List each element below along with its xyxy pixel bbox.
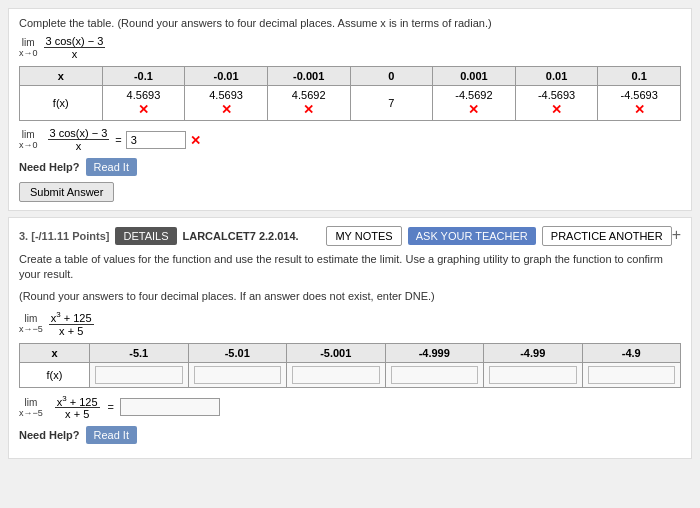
estimate-input[interactable] xyxy=(126,131,186,149)
s2-input-1[interactable] xyxy=(95,366,183,384)
question-code: LARCALCET7 2.2.014. xyxy=(183,230,299,242)
section2-limit-expr: lim x→−5 x3 + 125 x + 5 xyxy=(19,310,681,337)
s2-col-x: x xyxy=(20,343,90,362)
s2-col-n4999: -4.999 xyxy=(385,343,484,362)
s2-col-n501: -5.01 xyxy=(188,343,287,362)
estimate-cross: ✕ xyxy=(190,133,201,148)
fraction-1: 3 cos(x) − 3 x xyxy=(44,35,106,60)
cell-3: 4.5692 ✕ xyxy=(267,86,350,121)
limit-result-fraction: x3 + 125 x + 5 xyxy=(55,394,100,421)
limit-result-num: x3 + 125 xyxy=(55,394,100,409)
cell-1: 4.5693 ✕ xyxy=(102,86,185,121)
practice-another-button[interactable]: PRACTICE ANOTHER xyxy=(542,226,672,246)
s2-cell-2 xyxy=(188,362,287,387)
section2: + 3. [-/11.11 Points] DETAILS LARCALCET7… xyxy=(8,217,692,459)
question-header: 3. [-/11.11 Points] DETAILS LARCALCET7 2… xyxy=(19,226,672,246)
col-header-p001: 0.01 xyxy=(515,67,598,86)
plus-icon: + xyxy=(672,226,681,244)
lim-label-2: lim xyxy=(24,313,37,324)
col-header-n001: -0.01 xyxy=(185,67,268,86)
q2-instruction-2: (Round your answers to four decimal plac… xyxy=(19,289,681,304)
lim-label-1: lim xyxy=(22,37,35,48)
col-header-x: x xyxy=(20,67,103,86)
lim-sub-1: x→0 xyxy=(19,48,38,58)
estimate-lim-label: lim xyxy=(22,129,35,140)
s2-cell-6 xyxy=(582,362,681,387)
s2-input-6[interactable] xyxy=(588,366,676,384)
estimate-num: 3 cos(x) − 3 xyxy=(48,127,110,140)
limit-block-1: lim x→0 xyxy=(19,37,38,58)
estimate-den: x xyxy=(74,140,84,152)
s2-input-2[interactable] xyxy=(194,366,282,384)
limit-result-row: lim x→−5 x3 + 125 x + 5 = xyxy=(19,394,681,421)
s2-col-n499: -4.99 xyxy=(484,343,583,362)
need-help-row-1: Need Help? Read It xyxy=(19,158,681,176)
cell-7: -4.5693 ✕ xyxy=(598,86,681,121)
s2-cell-4 xyxy=(385,362,484,387)
fraction-2: x3 + 125 x + 5 xyxy=(49,310,94,337)
estimate-lim-sub: x→0 xyxy=(19,140,38,150)
details-button[interactable]: DETAILS xyxy=(115,227,176,245)
estimate-row: lim x→0 3 cos(x) − 3 x = ✕ xyxy=(19,127,681,152)
need-help-label-1: Need Help? xyxy=(19,161,80,173)
cell-2: 4.5693 ✕ xyxy=(185,86,268,121)
section2-table: x -5.1 -5.01 -5.001 -4.999 -4.99 -4.9 f(… xyxy=(19,343,681,388)
limit-result-lim-label: lim xyxy=(24,397,37,408)
read-it-button-2[interactable]: Read It xyxy=(86,426,137,444)
s2-cell-5 xyxy=(484,362,583,387)
section1-instruction: Complete the table. (Round your answers … xyxy=(19,17,681,29)
s2-input-5[interactable] xyxy=(489,366,577,384)
limit-result-equals: = xyxy=(108,401,114,413)
cell-4: 7 xyxy=(350,86,433,121)
row-label-fx: f(x) xyxy=(20,86,103,121)
cell-5: -4.5692 ✕ xyxy=(433,86,516,121)
q2-instruction-1: Create a table of values for the functio… xyxy=(19,252,681,283)
s2-cell-1 xyxy=(90,362,189,387)
col-header-n0001: -0.001 xyxy=(267,67,350,86)
need-help-label-2: Need Help? xyxy=(19,429,80,441)
col-header-n01: -0.1 xyxy=(102,67,185,86)
col-header-0: 0 xyxy=(350,67,433,86)
ask-teacher-button[interactable]: ASK YOUR TEACHER xyxy=(408,227,536,245)
s2-cell-3 xyxy=(287,362,386,387)
s2-col-n51: -5.1 xyxy=(90,343,189,362)
my-notes-button[interactable]: MY NOTES xyxy=(326,226,401,246)
section1-table: x -0.1 -0.01 -0.001 0 0.001 0.01 0.1 f(x… xyxy=(19,66,681,121)
section1: Complete the table. (Round your answers … xyxy=(8,8,692,211)
limit-result-lim-sub: x→−5 xyxy=(19,408,43,418)
table-row-fx: f(x) 4.5693 ✕ 4.5693 ✕ xyxy=(20,86,681,121)
denominator-1: x xyxy=(70,48,80,60)
s2-input-4[interactable] xyxy=(391,366,479,384)
limit-block-2: lim x→−5 xyxy=(19,313,43,334)
estimate-equals: = xyxy=(115,134,121,146)
estimate-lim-block: lim x→0 xyxy=(19,129,38,150)
page: Complete the table. (Round your answers … xyxy=(0,0,700,508)
estimate-fraction: 3 cos(x) − 3 x xyxy=(48,127,110,152)
cell-6: -4.5693 ✕ xyxy=(515,86,598,121)
col-header-p0001: 0.001 xyxy=(433,67,516,86)
limit-result-lim-block: lim x→−5 xyxy=(19,397,43,418)
numerator-2: x3 + 125 xyxy=(49,310,94,325)
s2-col-n49: -4.9 xyxy=(582,343,681,362)
submit-answer-button[interactable]: Submit Answer xyxy=(19,182,114,202)
read-it-button-1[interactable]: Read It xyxy=(86,158,137,176)
s2-col-n5001: -5.001 xyxy=(287,343,386,362)
need-help-row-2: Need Help? Read It xyxy=(19,426,681,444)
numerator-1: 3 cos(x) − 3 xyxy=(44,35,106,48)
s2-row-label: f(x) xyxy=(20,362,90,387)
s2-input-3[interactable] xyxy=(292,366,380,384)
section1-limit-expr: lim x→0 3 cos(x) − 3 x xyxy=(19,35,681,60)
col-header-p01: 0.1 xyxy=(598,67,681,86)
s2-table-row: f(x) xyxy=(20,362,681,387)
limit-result-input[interactable] xyxy=(120,398,220,416)
limit-result-den: x + 5 xyxy=(63,408,91,420)
denominator-2: x + 5 xyxy=(57,325,85,337)
points-label: 3. [-/11.11 Points] xyxy=(19,230,109,242)
lim-sub-2: x→−5 xyxy=(19,324,43,334)
